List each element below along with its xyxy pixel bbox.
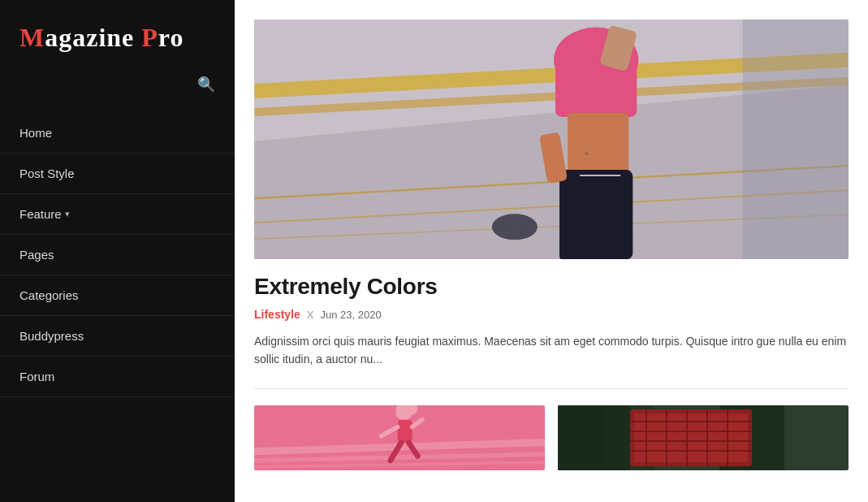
article-meta: Lifestyle X Jun 23, 2020: [254, 308, 849, 321]
feature-label: Feature: [19, 207, 62, 221]
svg-rect-24: [398, 419, 412, 442]
logo-ro: ro: [158, 23, 184, 52]
svg-point-7: [492, 214, 538, 240]
nav-item-home[interactable]: Home: [0, 113, 235, 154]
card-2-image: [558, 405, 849, 470]
logo-agazine: agazine: [45, 23, 134, 52]
featured-image-svg: ✦: [254, 19, 849, 259]
article-title: Extremely Colors: [254, 274, 849, 300]
nav-link-pages[interactable]: Pages: [0, 235, 235, 275]
nav-item-buddypress[interactable]: Buddypress: [0, 316, 235, 357]
chevron-down-icon: ▾: [65, 209, 70, 219]
bottom-card-grid: [254, 405, 849, 470]
bottom-card-1: [254, 405, 545, 470]
nav-link-forum[interactable]: Forum: [0, 357, 235, 397]
article-category[interactable]: Lifestyle: [254, 308, 300, 321]
nav-link-buddypress[interactable]: Buddypress: [0, 316, 235, 357]
logo-m: M: [19, 23, 45, 52]
nav-item-post-style[interactable]: Post Style: [0, 154, 235, 194]
nav-item-forum[interactable]: Forum: [0, 357, 235, 397]
card-2-svg: [558, 405, 849, 470]
meta-separator: X: [307, 309, 314, 321]
nav-item-feature[interactable]: Feature ▾: [0, 194, 235, 235]
section-divider: [254, 388, 849, 389]
search-area: 🔍: [0, 69, 235, 106]
nav-item-categories[interactable]: Categories: [0, 275, 235, 316]
svg-rect-45: [558, 405, 630, 470]
search-button[interactable]: 🔍: [197, 76, 215, 93]
nav-list: Home Post Style Feature ▾ Pages Categori…: [0, 113, 235, 397]
svg-rect-16: [559, 239, 588, 259]
nav-link-home[interactable]: Home: [0, 113, 235, 154]
nav-link-categories[interactable]: Categories: [0, 275, 235, 316]
logo-p: P: [141, 23, 158, 52]
svg-rect-35: [634, 413, 748, 462]
nav-item-pages[interactable]: Pages: [0, 235, 235, 275]
svg-text:✦: ✦: [584, 150, 589, 158]
site-logo: Magazine Pro: [19, 23, 215, 53]
main-nav: Home Post Style Feature ▾ Pages Categori…: [0, 106, 235, 397]
article-excerpt: Adignissim orci quis mauris feugiat maxi…: [254, 332, 849, 369]
svg-rect-10: [568, 113, 628, 178]
bottom-card-2: [558, 405, 849, 470]
sidebar: Magazine Pro 🔍 Home Post Style Feature ▾: [0, 0, 235, 502]
logo-area: Magazine Pro: [0, 0, 235, 69]
card-1-image: [254, 405, 545, 470]
nav-link-post-style[interactable]: Post Style: [0, 154, 235, 194]
featured-image: ✦: [254, 19, 849, 259]
card-1-svg: [254, 405, 545, 470]
article-date: Jun 23, 2020: [320, 309, 381, 321]
svg-rect-18: [743, 19, 849, 259]
main-content: ✦ Extremely Colors Lifestyle X Jun 23, 2…: [235, 0, 868, 502]
svg-rect-15: [592, 239, 620, 259]
featured-article: ✦ Extremely Colors Lifestyle X Jun 23, 2…: [254, 19, 849, 369]
nav-link-feature[interactable]: Feature ▾: [0, 194, 235, 235]
